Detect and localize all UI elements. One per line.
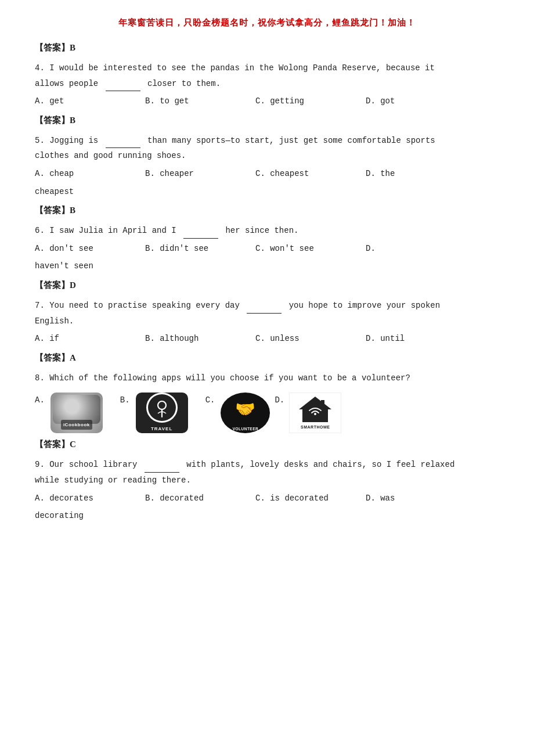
option-q9-a: A. decorates <box>35 491 145 506</box>
option-q9-c: C. is decorated <box>255 491 366 506</box>
svg-point-0 <box>158 401 166 409</box>
options-q5: A. cheap B. cheaper C. cheapest D. the <box>35 166 499 182</box>
question-5: 5. Jogging is than many sports—to start,… <box>35 133 499 199</box>
svg-rect-2 <box>321 400 324 407</box>
question-9: 9. Our school library with plants, lovel… <box>35 457 499 523</box>
img-item-a: A. iCookbook <box>35 393 103 433</box>
img-label-d: D. <box>275 393 284 408</box>
answer-label-q8: 【答案】C <box>35 439 499 450</box>
option-q6-d: D. <box>366 241 476 257</box>
option-q7-a: A. if <box>35 331 145 347</box>
option-q4-d: D. got <box>366 93 476 109</box>
question-5-text: 5. Jogging is than many sports—to start,… <box>35 133 499 164</box>
icookbook-icon: iCookbook <box>50 393 103 433</box>
answer-label-q6: 【答案】D <box>35 280 499 291</box>
option-q7-b: B. although <box>145 331 255 347</box>
option-q5-c: C. cheapest <box>255 166 366 182</box>
option-q5-a: A. cheap <box>35 166 145 182</box>
option-q7-c: C. unless <box>255 331 366 347</box>
answer-label-q4: 【答案】B <box>35 115 499 126</box>
options-q6: A. don't see B. didn't see C. won't see … <box>35 241 499 257</box>
option-q5-b: B. cheaper <box>145 166 255 182</box>
blank-q9 <box>145 472 179 473</box>
option-q5-d: D. the <box>366 166 476 182</box>
smarthome-svg <box>298 395 333 423</box>
travel-label: TRAVEL <box>151 424 172 433</box>
blank-q6 <box>183 238 218 239</box>
answer-label-q3: 【答案】B <box>35 42 499 53</box>
question-9-text: 9. Our school library with plants, lovel… <box>35 457 499 488</box>
blank-q5 <box>106 147 140 148</box>
option-q4-c: C. getting <box>255 93 366 109</box>
img-item-d: SMARTHOME <box>289 393 341 433</box>
icookbook-label: iCookbook <box>61 420 92 430</box>
question-7-text: 7. You need to practise speaking every d… <box>35 298 499 329</box>
question-8: 8. Which of the following apps will you … <box>35 370 499 434</box>
travel-circle <box>146 393 178 423</box>
question-9-extra: decorating <box>35 508 499 524</box>
svg-point-4 <box>314 413 316 415</box>
answer-label-q5: 【答案】B <box>35 205 499 216</box>
question-8-text: 8. Which of the following apps will you … <box>35 370 499 386</box>
volunteer-label: VOLUNTEER <box>233 426 259 433</box>
images-row: A. iCookbook B. <box>35 393 499 433</box>
options-q7: A. if B. although C. unless D. until <box>35 331 499 347</box>
question-7: 7. You need to practise speaking every d… <box>35 298 499 347</box>
option-q6-a: A. don't see <box>35 241 145 257</box>
volunteer-hand-icon: 🤝 <box>235 394 255 424</box>
option-q9-b: B. decorated <box>145 491 255 506</box>
option-q6-c: C. won't see <box>255 241 366 257</box>
header-text: 年寒窗苦读日，只盼金榜题名时，祝你考试拿高分，鲤鱼跳龙门！加油！ <box>35 17 499 28</box>
img-label-a: A. <box>35 393 45 408</box>
answer-q3: 【答案】B <box>35 42 499 53</box>
options-q4: A. get B. to get C. getting D. got <box>35 93 499 109</box>
blank-q7 <box>247 313 282 314</box>
option-q4-b: B. to get <box>145 93 255 109</box>
travel-icon: TRAVEL <box>136 393 188 433</box>
question-6-extra: haven't seen <box>35 258 499 274</box>
option-q6-b: B. didn't see <box>145 241 255 257</box>
question-6: 6. I saw Julia in April and I her since … <box>35 223 499 274</box>
blank-q4 <box>106 91 140 91</box>
question-6-text: 6. I saw Julia in April and I her since … <box>35 223 499 239</box>
img-item-c: C. 🤝 VOLUNTEER <box>205 393 270 433</box>
img-label-c: C. <box>205 393 215 408</box>
img-label-b: B. <box>120 393 130 408</box>
smarthome-icon: SMARTHOME <box>289 393 341 433</box>
smarthome-label: SMARTHOME <box>301 423 330 431</box>
option-q9-d: D. was <box>366 491 476 506</box>
answer-label-q7: 【答案】A <box>35 352 499 363</box>
question-4-text: 4. I would be interested to see the pand… <box>35 60 499 91</box>
travel-svg <box>151 397 172 418</box>
question-4: 4. I would be interested to see the pand… <box>35 60 499 109</box>
question-5-extra: cheapest <box>35 184 499 200</box>
option-q7-d: D. until <box>366 331 476 347</box>
option-q4-a: A. get <box>35 93 145 109</box>
page: 年寒窗苦读日，只盼金榜题名时，祝你考试拿高分，鲤鱼跳龙门！加油！ 【答案】B 4… <box>0 0 534 756</box>
options-q9: A. decorates B. decorated C. is decorate… <box>35 491 499 506</box>
img-item-b: B. TRAVEL <box>120 393 188 433</box>
svg-marker-1 <box>299 397 331 409</box>
volunteer-icon: 🤝 VOLUNTEER <box>221 393 270 433</box>
